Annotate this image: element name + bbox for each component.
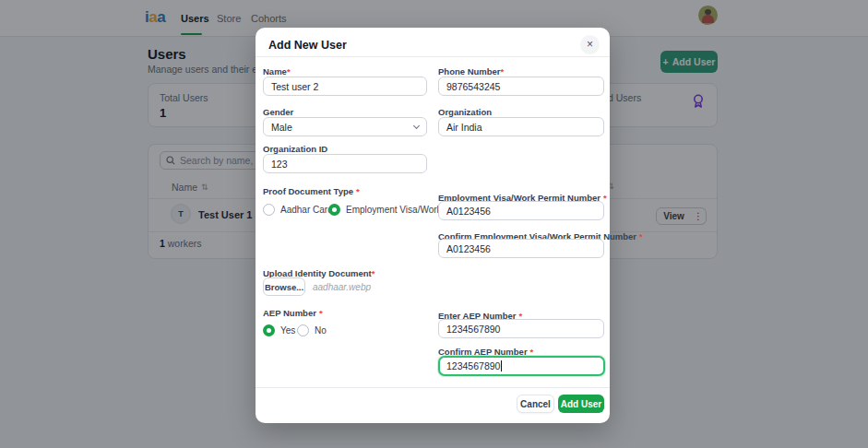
chevron-down-icon bbox=[413, 122, 420, 128]
required-asterisk: * bbox=[501, 66, 505, 77]
cancel-button[interactable]: Cancel bbox=[517, 395, 554, 413]
label-text: Name bbox=[263, 66, 287, 77]
radio-label: Aadhar Card bbox=[280, 205, 333, 215]
text-cursor-caret bbox=[501, 360, 502, 371]
phone-number-field[interactable] bbox=[438, 77, 604, 96]
required-asterisk: * bbox=[603, 193, 607, 203]
radio-label: No bbox=[315, 325, 327, 336]
radio-aep-no[interactable]: No bbox=[297, 324, 327, 336]
organization-field[interactable] bbox=[438, 117, 604, 136]
required-asterisk: * bbox=[639, 231, 643, 242]
required-asterisk: * bbox=[372, 268, 375, 278]
required-asterisk: * bbox=[356, 186, 360, 196]
confirm-evp-number-field[interactable] bbox=[438, 239, 604, 258]
label-text: Proof Document Type bbox=[263, 186, 353, 196]
gender-selected-value: Male bbox=[271, 122, 292, 133]
radio-selected-icon[interactable] bbox=[263, 324, 275, 336]
proof-document-type-label: Proof Document Type* bbox=[263, 186, 360, 196]
label-text: AEP Number bbox=[263, 308, 316, 318]
gender-label: Gender bbox=[263, 107, 427, 117]
name-field[interactable] bbox=[263, 77, 427, 96]
divider bbox=[256, 56, 610, 57]
organization-label: Organization bbox=[438, 107, 604, 117]
aep-number-label: AEP Number* bbox=[263, 308, 323, 318]
browse-button[interactable]: Browse... bbox=[263, 277, 305, 296]
app-screen: iaa Users Store Cohorts Users Manage use… bbox=[0, 0, 868, 448]
organization-id-field[interactable] bbox=[263, 154, 427, 173]
radio-label: Yes bbox=[280, 325, 295, 336]
add-user-submit-button[interactable]: Add User bbox=[558, 395, 604, 413]
label-text: Organization bbox=[438, 107, 492, 117]
organization-id-label: Organization ID bbox=[263, 144, 427, 154]
label-text: Organization ID bbox=[263, 144, 327, 154]
name-label: Name* bbox=[263, 66, 427, 77]
modal-title: Add New User bbox=[268, 39, 347, 52]
evp-number-field[interactable] bbox=[438, 201, 604, 220]
confirm-aep-number-field-focused[interactable]: 1234567890 bbox=[438, 356, 605, 376]
gender-select[interactable]: Male bbox=[263, 117, 427, 136]
label-text: Phone Number bbox=[438, 66, 501, 77]
radio-aadhar-card[interactable]: Aadhar Card bbox=[263, 204, 333, 216]
phone-number-label: Phone Number* bbox=[438, 66, 604, 77]
required-asterisk: * bbox=[319, 308, 323, 318]
divider bbox=[256, 387, 610, 388]
radio-selected-icon[interactable] bbox=[328, 204, 340, 216]
add-new-user-modal: Add New User × Name* Phone Number* Gende… bbox=[256, 28, 610, 423]
field-value: 1234567890 bbox=[446, 360, 500, 371]
radio-aep-yes[interactable]: Yes bbox=[263, 324, 295, 336]
uploaded-filename: aadhaar.webp bbox=[313, 282, 371, 292]
label-text: Gender bbox=[263, 107, 293, 117]
close-icon[interactable]: × bbox=[580, 35, 600, 54]
enter-aep-number-field[interactable] bbox=[438, 319, 604, 338]
radio-unselected-icon[interactable] bbox=[297, 324, 309, 336]
radio-unselected-icon[interactable] bbox=[263, 204, 275, 216]
required-asterisk: * bbox=[287, 66, 291, 77]
